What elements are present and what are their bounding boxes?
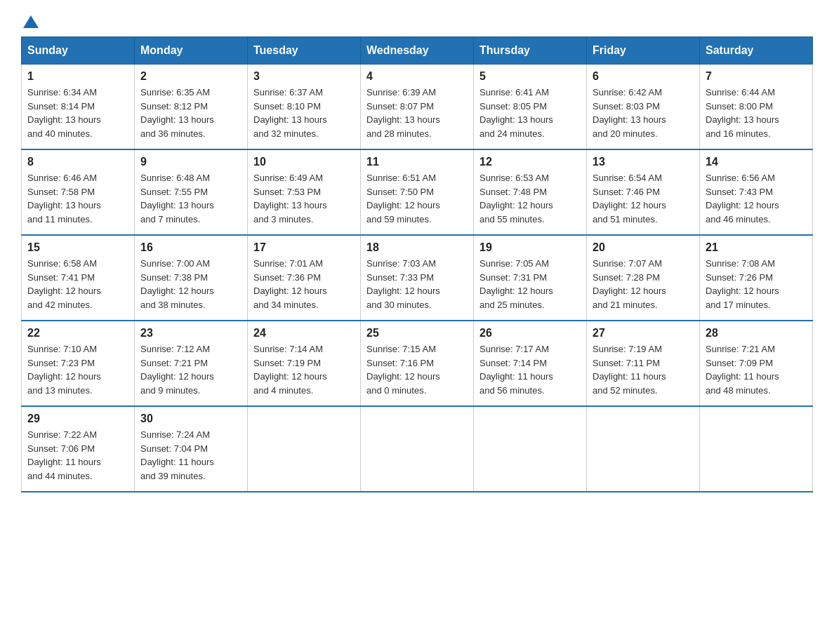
calendar-cell: 7Sunrise: 6:44 AMSunset: 8:00 PMDaylight…: [700, 65, 813, 150]
day-info: Sunrise: 7:14 AMSunset: 7:19 PMDaylight:…: [253, 342, 355, 397]
day-info: Sunrise: 6:54 AMSunset: 7:46 PMDaylight:…: [593, 171, 694, 226]
calendar-cell: 26Sunrise: 7:17 AMSunset: 7:14 PMDayligh…: [474, 321, 587, 406]
calendar-cell: 12Sunrise: 6:53 AMSunset: 7:48 PMDayligh…: [474, 149, 587, 235]
day-number: 1: [27, 70, 128, 83]
day-number: 5: [479, 70, 581, 83]
calendar-cell: 5Sunrise: 6:41 AMSunset: 8:05 PMDaylight…: [474, 65, 587, 150]
calendar-week-row: 15Sunrise: 6:58 AMSunset: 7:41 PMDayligh…: [22, 235, 813, 321]
calendar-header-wednesday: Wednesday: [361, 37, 474, 65]
day-number: 10: [253, 156, 355, 168]
calendar-cell: 23Sunrise: 7:12 AMSunset: 7:21 PMDayligh…: [135, 321, 248, 406]
day-info: Sunrise: 6:48 AMSunset: 7:55 PMDaylight:…: [140, 171, 241, 226]
day-info: Sunrise: 7:08 AMSunset: 7:26 PMDaylight:…: [706, 257, 807, 311]
calendar-week-row: 29Sunrise: 7:22 AMSunset: 7:06 PMDayligh…: [22, 406, 813, 492]
day-info: Sunrise: 7:12 AMSunset: 7:21 PMDaylight:…: [140, 342, 241, 397]
day-number: 25: [366, 327, 468, 340]
calendar-cell: 24Sunrise: 7:14 AMSunset: 7:19 PMDayligh…: [248, 321, 361, 406]
calendar-header-tuesday: Tuesday: [248, 37, 361, 65]
calendar-cell: 20Sunrise: 7:07 AMSunset: 7:28 PMDayligh…: [587, 235, 700, 321]
day-info: Sunrise: 6:44 AMSunset: 8:00 PMDaylight:…: [706, 86, 807, 140]
calendar-cell: 16Sunrise: 7:00 AMSunset: 7:38 PMDayligh…: [135, 235, 248, 321]
calendar-week-row: 22Sunrise: 7:10 AMSunset: 7:23 PMDayligh…: [22, 321, 813, 406]
calendar-cell: [587, 406, 700, 492]
day-number: 15: [27, 241, 128, 254]
day-number: 18: [366, 241, 468, 254]
calendar-cell: 3Sunrise: 6:37 AMSunset: 8:10 PMDaylight…: [248, 65, 361, 150]
day-info: Sunrise: 7:05 AMSunset: 7:31 PMDaylight:…: [479, 257, 581, 311]
svg-marker-0: [23, 15, 39, 28]
calendar-cell: 2Sunrise: 6:35 AMSunset: 8:12 PMDaylight…: [135, 65, 248, 150]
page-header: [21, 14, 813, 29]
calendar-cell: 11Sunrise: 6:51 AMSunset: 7:50 PMDayligh…: [361, 149, 474, 235]
day-info: Sunrise: 7:15 AMSunset: 7:16 PMDaylight:…: [366, 342, 468, 397]
calendar-cell: 19Sunrise: 7:05 AMSunset: 7:31 PMDayligh…: [474, 235, 587, 321]
calendar-cell: 29Sunrise: 7:22 AMSunset: 7:06 PMDayligh…: [22, 406, 135, 492]
calendar-table: SundayMondayTuesdayWednesdayThursdayFrid…: [21, 36, 813, 492]
day-info: Sunrise: 7:10 AMSunset: 7:23 PMDaylight:…: [27, 342, 128, 397]
day-info: Sunrise: 6:37 AMSunset: 8:10 PMDaylight:…: [253, 86, 355, 140]
day-info: Sunrise: 6:35 AMSunset: 8:12 PMDaylight:…: [140, 86, 241, 140]
day-info: Sunrise: 6:53 AMSunset: 7:48 PMDaylight:…: [479, 171, 581, 226]
day-number: 22: [27, 327, 128, 340]
day-info: Sunrise: 6:56 AMSunset: 7:43 PMDaylight:…: [706, 171, 807, 226]
day-number: 23: [140, 327, 241, 340]
day-number: 14: [706, 156, 807, 168]
day-info: Sunrise: 6:39 AMSunset: 8:07 PMDaylight:…: [366, 86, 468, 140]
calendar-cell: 28Sunrise: 7:21 AMSunset: 7:09 PMDayligh…: [700, 321, 813, 406]
day-info: Sunrise: 6:41 AMSunset: 8:05 PMDaylight:…: [479, 86, 581, 140]
calendar-header-row: SundayMondayTuesdayWednesdayThursdayFrid…: [22, 37, 813, 65]
calendar-cell: 18Sunrise: 7:03 AMSunset: 7:33 PMDayligh…: [361, 235, 474, 321]
day-number: 2: [140, 70, 241, 83]
day-number: 30: [140, 412, 241, 425]
day-number: 3: [253, 70, 355, 83]
calendar-cell: 21Sunrise: 7:08 AMSunset: 7:26 PMDayligh…: [700, 235, 813, 321]
day-info: Sunrise: 7:01 AMSunset: 7:36 PMDaylight:…: [253, 257, 355, 311]
calendar-header-sunday: Sunday: [22, 37, 135, 65]
day-number: 27: [593, 327, 694, 340]
day-info: Sunrise: 6:34 AMSunset: 8:14 PMDaylight:…: [27, 86, 128, 140]
day-number: 29: [27, 412, 128, 425]
calendar-cell: 17Sunrise: 7:01 AMSunset: 7:36 PMDayligh…: [248, 235, 361, 321]
calendar-cell: 8Sunrise: 6:46 AMSunset: 7:58 PMDaylight…: [22, 149, 135, 235]
day-number: 13: [593, 156, 694, 168]
day-info: Sunrise: 7:00 AMSunset: 7:38 PMDaylight:…: [140, 257, 241, 311]
calendar-header-saturday: Saturday: [700, 37, 813, 65]
day-number: 12: [479, 156, 581, 168]
calendar-header-friday: Friday: [587, 37, 700, 65]
logo: [21, 14, 39, 29]
day-info: Sunrise: 7:17 AMSunset: 7:14 PMDaylight:…: [479, 342, 581, 397]
calendar-week-row: 1Sunrise: 6:34 AMSunset: 8:14 PMDaylight…: [22, 65, 813, 150]
day-info: Sunrise: 7:03 AMSunset: 7:33 PMDaylight:…: [366, 257, 468, 311]
day-number: 28: [706, 327, 807, 340]
calendar-cell: 15Sunrise: 6:58 AMSunset: 7:41 PMDayligh…: [22, 235, 135, 321]
day-info: Sunrise: 6:49 AMSunset: 7:53 PMDaylight:…: [253, 171, 355, 226]
day-number: 21: [706, 241, 807, 254]
day-info: Sunrise: 6:51 AMSunset: 7:50 PMDaylight:…: [366, 171, 468, 226]
day-number: 17: [253, 241, 355, 254]
day-number: 26: [479, 327, 581, 340]
calendar-header-thursday: Thursday: [474, 37, 587, 65]
day-number: 24: [253, 327, 355, 340]
logo-triangle-icon: [23, 14, 39, 29]
calendar-week-row: 8Sunrise: 6:46 AMSunset: 7:58 PMDaylight…: [22, 149, 813, 235]
calendar-cell: 4Sunrise: 6:39 AMSunset: 8:07 PMDaylight…: [361, 65, 474, 150]
day-number: 20: [593, 241, 694, 254]
calendar-cell: 14Sunrise: 6:56 AMSunset: 7:43 PMDayligh…: [700, 149, 813, 235]
day-info: Sunrise: 7:07 AMSunset: 7:28 PMDaylight:…: [593, 257, 694, 311]
calendar-cell: 25Sunrise: 7:15 AMSunset: 7:16 PMDayligh…: [361, 321, 474, 406]
calendar-cell: 13Sunrise: 6:54 AMSunset: 7:46 PMDayligh…: [587, 149, 700, 235]
day-info: Sunrise: 7:22 AMSunset: 7:06 PMDaylight:…: [27, 428, 128, 483]
day-number: 4: [366, 70, 468, 83]
calendar-cell: [361, 406, 474, 492]
calendar-cell: 10Sunrise: 6:49 AMSunset: 7:53 PMDayligh…: [248, 149, 361, 235]
day-info: Sunrise: 7:24 AMSunset: 7:04 PMDaylight:…: [140, 428, 241, 483]
calendar-cell: [248, 406, 361, 492]
day-info: Sunrise: 6:46 AMSunset: 7:58 PMDaylight:…: [27, 171, 128, 226]
day-number: 19: [479, 241, 581, 254]
calendar-header-monday: Monday: [135, 37, 248, 65]
calendar-cell: [700, 406, 813, 492]
day-number: 16: [140, 241, 241, 254]
calendar-cell: 30Sunrise: 7:24 AMSunset: 7:04 PMDayligh…: [135, 406, 248, 492]
calendar-cell: [474, 406, 587, 492]
day-info: Sunrise: 7:21 AMSunset: 7:09 PMDaylight:…: [706, 342, 807, 397]
